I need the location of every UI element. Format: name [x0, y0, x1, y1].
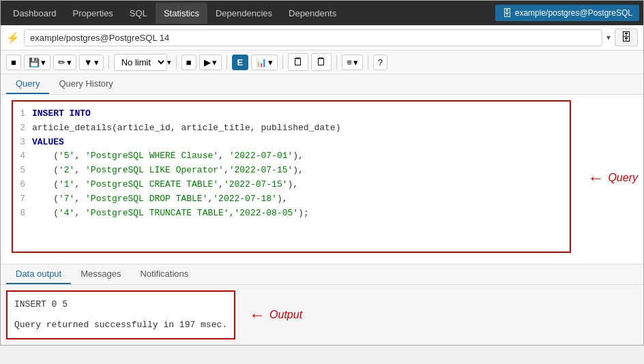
code-line-1: INSERT INTO: [32, 107, 564, 121]
filter-icon: ▼: [84, 57, 93, 67]
query-editor[interactable]: 1 2 3 4 5 6 7 8 INSERT INTO article_deta…: [13, 102, 570, 252]
line-num-7: 7: [20, 192, 25, 207]
code-line-3: VALUES: [32, 136, 564, 150]
query-tabs: Query Query History: [1, 74, 643, 95]
str-date1: '2022-07-01': [229, 151, 293, 161]
tab-statistics[interactable]: Statistics: [156, 3, 207, 24]
separator6: [368, 55, 368, 69]
line-num-4: 4: [20, 149, 25, 164]
str-create: 'PostgreSQL CREATE TABLE': [85, 179, 218, 189]
line-num-8: 8: [20, 207, 25, 221]
list-button[interactable]: ≡ ▾: [342, 55, 363, 70]
line-num-2: 2: [20, 121, 25, 136]
output-arrow-icon: ←: [249, 305, 265, 324]
chart-button[interactable]: 📊 ▾: [251, 55, 278, 70]
keyword-insert: INSERT INTO: [32, 108, 91, 119]
toolbar: ■ 💾 ▾ ✏ ▾ ▼ ▾ No limit ▾ ■ ▶ ▾ E: [1, 50, 643, 74]
scratch2-icon: 🗒: [316, 56, 327, 68]
output-wrapper: INSERT 0 5 Query returned successfully i…: [1, 285, 643, 345]
save-icon: 💾: [29, 57, 40, 67]
output-annotation: ← Output: [249, 305, 302, 324]
tab-query-history[interactable]: Query History: [49, 74, 122, 94]
list-icon: ≡: [347, 57, 352, 67]
query-label: Query: [608, 172, 638, 184]
filter-button[interactable]: ▼ ▾: [79, 55, 104, 70]
str-5: '5': [59, 151, 74, 161]
dropdown-icon6: ▾: [268, 57, 273, 67]
scratch1-button[interactable]: 🗒: [288, 53, 308, 71]
tab-properties[interactable]: Properties: [65, 3, 121, 24]
output-label: Output: [269, 309, 302, 321]
query-arrow-icon: ←: [587, 168, 604, 187]
str-1: '1': [59, 179, 74, 189]
output-box: INSERT 0 5 Query returned successfully i…: [6, 290, 235, 339]
dropdown-icon3: ▾: [94, 57, 99, 67]
tab-dependents[interactable]: Dependents: [280, 3, 345, 24]
save-button[interactable]: 💾 ▾: [24, 55, 50, 70]
scratch1-icon: 🗒: [293, 56, 304, 68]
run-stop-button[interactable]: ■: [181, 55, 196, 70]
lightning-icon: ⚡: [6, 31, 20, 44]
code-line-4: ('5', 'PostgreSQL WHERE Clause', '2022-0…: [32, 149, 564, 164]
line-num-5: 5: [20, 164, 25, 178]
tab-messages[interactable]: Messages: [71, 264, 130, 284]
output-line1: INSERT 0 5: [14, 297, 227, 312]
dropdown-icon7: ▾: [353, 57, 358, 67]
str-truncate: 'PostgreSQL TRUNCATE TABLE': [85, 208, 229, 218]
run-icon: ▶: [204, 57, 211, 67]
help-button[interactable]: ?: [373, 55, 387, 70]
scratch2-button[interactable]: 🗒: [311, 53, 332, 71]
separator2: [176, 55, 177, 69]
dropdown-icon5: ▾: [212, 57, 217, 67]
tab-query[interactable]: Query: [6, 74, 49, 94]
tab-notifications[interactable]: Notifications: [130, 264, 198, 284]
connection-tab[interactable]: 🗄 example/postgres@PostgreSQL: [495, 5, 639, 21]
tab-dependencies[interactable]: Dependencies: [207, 3, 280, 24]
str-like: 'PostgreSQL LIKE Operator': [85, 165, 224, 175]
code-line-7: ('7', 'PostgreSQL DROP TABLE','2022-07-1…: [32, 192, 564, 207]
separator5: [336, 55, 337, 69]
explain-icon: E: [237, 57, 244, 67]
run-button[interactable]: ▶ ▾: [199, 55, 222, 70]
code-area: INSERT INTO article_details(article_id, …: [32, 107, 570, 246]
dropdown-arrow-icon[interactable]: ▾: [606, 33, 611, 42]
tab-dashboard[interactable]: Dashboard: [5, 3, 65, 24]
line-numbers: 1 2 3 4 5 6 7 8: [13, 107, 32, 246]
connection-input[interactable]: [24, 29, 602, 46]
db-icon: 🗄: [502, 7, 512, 18]
output-tabs: Data output Messages Notifications: [1, 264, 643, 285]
edit-icon: ✏: [58, 57, 65, 67]
str-date5: '2022-08-05': [234, 208, 298, 218]
dropdown-icon4: ▾: [167, 58, 171, 67]
tab-data-output[interactable]: Data output: [6, 264, 71, 284]
str-2: '2': [59, 165, 74, 175]
code-line-5: ('2', 'PostgreSQL LIKE Operator','2022-0…: [32, 164, 564, 178]
str-date4: '2022-07-18': [213, 194, 277, 204]
dropdown-icon: ▾: [41, 57, 46, 67]
separator4: [282, 55, 283, 69]
keyword-values: VALUES: [32, 137, 64, 147]
stop-button[interactable]: ■: [6, 55, 21, 70]
code-line-2: article_details(article_id, article_titl…: [32, 121, 564, 136]
limit-select[interactable]: No limit: [114, 54, 167, 71]
edit-button[interactable]: ✏ ▾: [53, 55, 76, 70]
explain-button[interactable]: E: [232, 55, 249, 70]
connection-tab-label: example/postgres@PostgreSQL: [515, 8, 632, 18]
code-line-6: ('1', 'PostgreSQL CREATE TABLE','2022-07…: [32, 178, 564, 192]
str-4: '4': [59, 208, 74, 218]
code-line-8: ('4', 'PostgreSQL TRUNCATE TABLE','2022-…: [32, 207, 564, 221]
chart-icon: 📊: [256, 57, 267, 67]
query-editor-box: 1 2 3 4 5 6 7 8 INSERT INTO article_deta…: [12, 100, 571, 253]
line-num-3: 3: [20, 136, 25, 150]
connection-bar: ⚡ ▾ 🗄: [1, 25, 643, 50]
db-connect-button[interactable]: 🗄: [615, 29, 638, 46]
stop-icon: ■: [11, 57, 16, 67]
nav-tabs: Dashboard Properties SQL Statistics Depe…: [1, 1, 643, 25]
str-where: 'PostgreSQL WHERE Clause': [85, 151, 218, 161]
help-icon: ?: [378, 57, 383, 67]
separator1: [108, 55, 109, 69]
editor-wrapper: 1 2 3 4 5 6 7 8 INSERT INTO article_deta…: [1, 95, 643, 264]
separator3: [226, 55, 227, 69]
str-date3: '2022-07-15': [224, 179, 288, 189]
tab-sql[interactable]: SQL: [121, 3, 156, 24]
